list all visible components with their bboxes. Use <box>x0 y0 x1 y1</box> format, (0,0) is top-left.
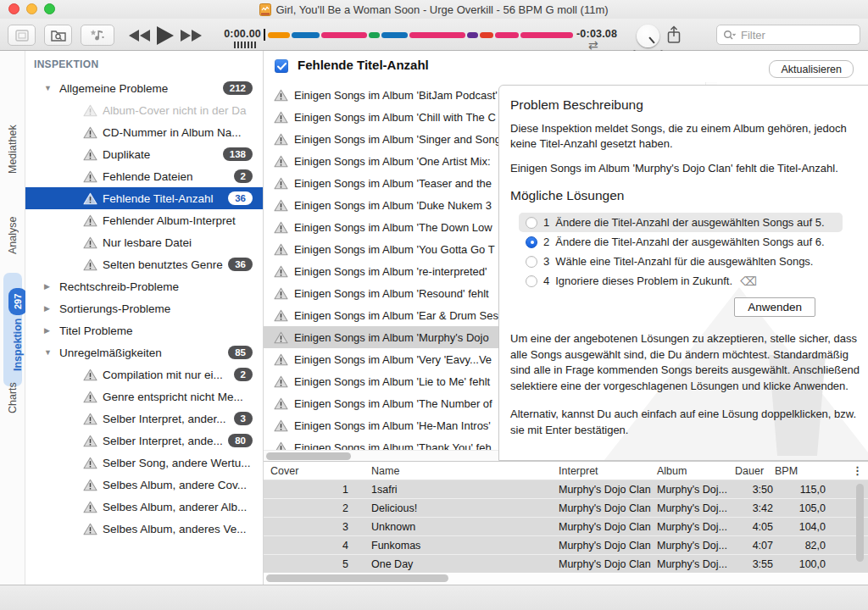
issue-list-item[interactable]: Einigen Songs im Album 'Chill with The C <box>264 106 498 128</box>
issue-list-item[interactable]: Einigen Songs im Album 'One Artist Mix: <box>264 150 498 172</box>
solution-option[interactable]: 2 Ändere die Titel-Anzahl der ausgewählt… <box>519 232 843 252</box>
sidebar-tab[interactable]: Mediathek <box>3 108 22 190</box>
solution-option[interactable]: 1 Ändere die Titel-Anzahl der ausgewählt… <box>519 213 843 232</box>
table-row[interactable]: 3 Unknown Murphy's Dojo Clan Murphy's Do… <box>264 518 868 536</box>
share-icon[interactable] <box>666 25 682 44</box>
progress-segment[interactable] <box>495 32 520 38</box>
issue-list-item[interactable]: Einigen Songs im Album 'Murphy's Dojo <box>264 326 498 348</box>
refresh-button[interactable]: Aktualisieren <box>769 60 854 78</box>
progress-segment[interactable] <box>268 32 290 38</box>
tree-item[interactable]: Selber Song, andere Wertu... <box>25 452 263 474</box>
tree-item[interactable]: Selber Interpret, ande... 80 <box>25 430 263 452</box>
tree-item[interactable]: Genre entspricht nicht Me... <box>25 385 263 408</box>
tree-item[interactable]: ▼ Allgemeine Probleme 212 <box>25 77 263 99</box>
progress-segment[interactable] <box>321 32 368 38</box>
issue-list-item[interactable]: Einigen Songs im Album 'Singer and Song <box>264 128 498 150</box>
progress-segment[interactable] <box>381 32 408 38</box>
progress-segment[interactable] <box>369 32 380 38</box>
inspection-enabled-checkbox[interactable] <box>275 59 288 73</box>
column-header-cover[interactable]: Cover <box>264 465 331 477</box>
issue-list-item[interactable]: Einigen Songs im Album 'Ear & Drum Ses <box>264 304 498 326</box>
tree-item[interactable]: ▶ Rechtschreib-Probleme <box>25 275 263 297</box>
table-row[interactable]: 4 Funkomas Murphy's Dojo Clan Murphy's D… <box>264 536 868 555</box>
issue-list-item[interactable]: Einigen Songs im Album 'You Gotta Go T <box>264 238 498 260</box>
issue-list-item[interactable]: Einigen Songs im Album 'Very 'Eavy...Ve <box>264 348 498 370</box>
column-header-name[interactable]: Name <box>348 465 552 477</box>
close-window-button[interactable] <box>8 3 19 14</box>
issue-list-item[interactable]: Einigen Songs im Album 'BitJam Podcast' <box>264 84 498 106</box>
issue-list-item[interactable]: Einigen Songs im Album 'The Down Low <box>264 216 498 238</box>
solution-option[interactable]: 3 Wähle eine Titel-Anzahl für die ausgew… <box>519 252 843 271</box>
tree-item[interactable]: Selbes Album, anderer Alb... <box>25 496 263 518</box>
disclosure-triangle-icon[interactable]: ▼ <box>44 84 59 92</box>
fullscreen-window-button[interactable] <box>44 3 55 14</box>
progress-segment[interactable] <box>467 32 478 38</box>
column-header-interpret[interactable]: Interpret <box>552 465 652 477</box>
issue-list-item[interactable]: Einigen Songs im Album 're-interpreted' <box>264 260 498 282</box>
table-options-icon[interactable]: ⋮ <box>852 464 863 477</box>
rewind-button[interactable] <box>129 30 150 42</box>
radio-button[interactable] <box>526 217 537 229</box>
table-row[interactable]: 1 1safri Murphy's Dojo Clan Murphy's Doj… <box>264 480 868 499</box>
tree-item[interactable]: ▶ Titel Probleme <box>25 319 263 341</box>
repeat-icon[interactable]: ⇄ <box>588 39 598 51</box>
tree-item[interactable]: Fehlende Titel-Anzahl 36 <box>25 187 263 209</box>
issue-list-item[interactable]: Einigen Songs im Album 'Lie to Me' fehlt <box>264 370 498 392</box>
column-header-dauer[interactable]: Dauer <box>730 465 771 477</box>
create-matchlist-button[interactable] <box>81 25 114 46</box>
column-header-album[interactable]: Album <box>652 465 730 477</box>
horizontal-scrollbar-thumb[interactable] <box>266 452 351 460</box>
apply-button[interactable]: Anwenden <box>734 297 815 317</box>
sidebar-tab[interactable]: Analyse <box>3 202 22 269</box>
issue-list-item[interactable]: Einigen Songs im Album 'Teaser and the <box>264 172 498 194</box>
filter-input[interactable] <box>739 28 854 42</box>
radio-button[interactable] <box>526 236 537 248</box>
issue-list-item[interactable]: Einigen Songs im Album 'The Number of <box>264 392 498 414</box>
table-row[interactable]: 2 Delicious! Murphy's Dojo Clan Murphy's… <box>264 499 868 518</box>
progress-segment[interactable] <box>292 32 320 38</box>
tree-item[interactable]: Fehlende Dateien 2 <box>25 165 263 187</box>
song-progress-bar[interactable] <box>268 32 573 38</box>
show-info-button[interactable] <box>8 25 36 46</box>
tree-item[interactable]: Album-Cover nicht in der Da <box>25 99 263 121</box>
table-vertical-scrollbar[interactable] <box>855 482 865 574</box>
solution-option[interactable]: 4 Ignoriere dieses Problem in Zukunft. ⌫ <box>519 271 843 291</box>
disclosure-triangle-icon[interactable]: ▶ <box>44 304 59 313</box>
tree-item[interactable]: Selber Interpret, ander... 3 <box>25 408 263 430</box>
disclosure-triangle-icon[interactable]: ▶ <box>44 282 59 291</box>
radio-button[interactable] <box>526 256 537 268</box>
tree-item[interactable]: Nur lesbare Datei <box>25 231 263 253</box>
tree-item[interactable]: Duplikate 138 <box>25 143 263 165</box>
sidebar-tab[interactable]: Charts <box>3 371 22 425</box>
tree-item[interactable]: Selbes Album, andere Cov... <box>25 474 263 496</box>
tree-item[interactable]: Selbes Album, anderes Ve... <box>25 518 263 540</box>
tree-item[interactable]: Fehlender Album-Interpret <box>25 209 263 231</box>
issue-list-item[interactable]: Einigen Songs im Album 'Duke Nukem 3 <box>264 194 498 216</box>
filter-field[interactable] <box>716 25 860 45</box>
minimize-window-button[interactable] <box>26 3 37 14</box>
disclosure-triangle-icon[interactable]: ▶ <box>44 326 59 335</box>
disclosure-triangle-icon[interactable]: ▼ <box>44 348 59 357</box>
table-horizontal-scrollbar[interactable] <box>264 573 868 585</box>
tree-item[interactable]: ▼ Unregelmäßigkeiten 85 <box>25 341 263 363</box>
tree-item[interactable]: Compilation mit nur ei... 2 <box>25 363 263 385</box>
sidebar-tab[interactable]: Inspektion 297 <box>3 273 22 386</box>
vertical-scrollbar-thumb[interactable] <box>856 484 864 562</box>
progress-segment[interactable] <box>480 32 493 38</box>
volume-knob[interactable] <box>637 25 659 47</box>
progress-segment[interactable] <box>520 32 573 38</box>
issue-list-horizontal-scrollbar[interactable] <box>264 450 498 461</box>
tree-item[interactable]: Selten benutztes Genre 36 <box>25 253 263 275</box>
table-row[interactable]: 5 One Day Murphy's Dojo Clan Murphy's Do… <box>264 555 868 574</box>
issue-list-item[interactable]: Einigen Songs im Album 'He-Man Intros' <box>264 414 498 436</box>
horizontal-scrollbar-thumb[interactable] <box>266 574 448 582</box>
tree-item[interactable]: ▶ Sortierungs-Probleme <box>25 297 263 319</box>
progress-segment[interactable] <box>409 32 465 38</box>
column-header-bpm[interactable]: BPM <box>771 465 837 477</box>
playhead-cursor[interactable] <box>264 29 265 41</box>
play-button[interactable] <box>157 26 174 45</box>
reveal-in-finder-button[interactable] <box>44 25 72 46</box>
tree-item[interactable]: CD-Nummer in Album Na... <box>25 121 263 143</box>
issue-list-item[interactable]: Einigen Songs im Album 'Resound' fehlt <box>264 282 498 304</box>
fast-forward-button[interactable] <box>181 30 202 42</box>
